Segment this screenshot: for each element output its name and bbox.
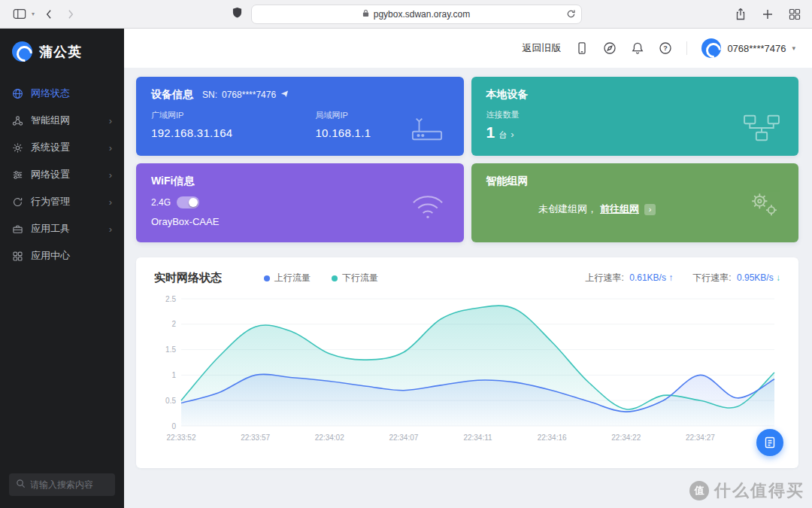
- connection-count-link[interactable]: 1 台 ›: [486, 123, 784, 141]
- share-icon[interactable]: [734, 8, 747, 21]
- legend-label: 上行流量: [274, 272, 311, 284]
- refresh-icon[interactable]: [566, 9, 576, 21]
- card-title: 设备信息: [151, 88, 193, 102]
- local-devices-card: 本地设备 连接数量 1 台 ›: [471, 77, 799, 156]
- wan-ip-label: 广域网IP: [151, 110, 232, 121]
- sidebar-item-system-settings[interactable]: 系统设置 ›: [0, 134, 124, 161]
- wifi-info-card: WiFi信息 2.4G OrayBox-CAAE: [136, 163, 464, 242]
- connected-devices-icon: [741, 112, 782, 147]
- svg-text:0.5: 0.5: [165, 397, 176, 405]
- back-button[interactable]: [39, 6, 57, 23]
- sidebar-item-label: 应用中心: [31, 249, 70, 263]
- connection-count: 1: [486, 123, 495, 141]
- sdwan-status-text: 未创建组网，: [538, 202, 597, 216]
- count-unit: 台: [498, 129, 507, 141]
- device-info-card: 设备信息 SN: 0768****7476 广域网IP 192.168.: [136, 77, 464, 156]
- network-nodes-icon: [12, 115, 23, 126]
- watermark-text: 什么值得买: [714, 479, 804, 502]
- sn-value: 0768****7476: [222, 90, 276, 100]
- app-title: 蒲公英: [39, 43, 82, 61]
- chevron-right-icon: ›: [109, 169, 112, 181]
- arrow-down-icon: ↓: [776, 272, 780, 283]
- watermark: 值 什么值得买: [689, 479, 804, 502]
- go-to-networking-link[interactable]: 前往组网: [600, 202, 639, 216]
- toolbox-icon: [12, 224, 23, 235]
- chevron-right-icon: ›: [109, 196, 112, 208]
- chevron-down-icon: ▾: [792, 44, 795, 52]
- sn-label: SN:: [202, 90, 217, 100]
- sidebar-item-smart-networking[interactable]: 智能组网 ›: [0, 107, 124, 134]
- chevron-right-icon: ›: [109, 115, 112, 126]
- lock-icon: [362, 9, 369, 20]
- topbar: 返回旧版 ? 0768****7476 ▾: [124, 29, 812, 68]
- smart-networking-card: 智能组网 未创建组网， 前往组网 ›: [471, 163, 799, 242]
- svg-text:22:34:27: 22:34:27: [686, 433, 715, 442]
- help-icon[interactable]: ?: [659, 41, 672, 55]
- traffic-line-chart: 00.511.522.522:33:5222:33:5722:34:0222:3…: [154, 291, 780, 446]
- tab-overview-icon[interactable]: [788, 8, 801, 21]
- sidebar-search[interactable]: [9, 473, 115, 496]
- report-button[interactable]: [756, 429, 783, 456]
- svg-text:2.5: 2.5: [165, 295, 176, 303]
- gears-icon: [743, 187, 782, 223]
- svg-text:?: ?: [664, 44, 668, 52]
- svg-text:22:34:07: 22:34:07: [389, 433, 418, 442]
- address-bar[interactable]: pgybox.sdwan.oray.com: [251, 5, 582, 24]
- bell-icon[interactable]: [631, 41, 644, 55]
- sidebar-toggle-icon[interactable]: [11, 6, 29, 23]
- shield-icon[interactable]: [232, 7, 242, 21]
- sidebar-item-network-status[interactable]: 网络状态: [0, 80, 124, 107]
- search-icon: [16, 478, 26, 491]
- new-tab-icon[interactable]: [761, 8, 774, 21]
- forward-button[interactable]: [62, 6, 80, 23]
- legend-dot-downstream: [332, 275, 338, 281]
- svg-text:1.5: 1.5: [165, 345, 176, 354]
- chart-title: 实时网络状态: [154, 271, 222, 285]
- url-text: pgybox.sdwan.oray.com: [374, 9, 471, 20]
- legend-dot-upstream: [264, 275, 270, 281]
- wifi-toggle[interactable]: [177, 196, 199, 208]
- wifi-band-label: 2.4G: [151, 197, 171, 208]
- compass-icon[interactable]: [603, 41, 617, 55]
- sidebar-item-network-settings[interactable]: 网络设置 ›: [0, 161, 124, 188]
- mobile-phone-icon[interactable]: [575, 41, 589, 55]
- down-rate-value: 0.95KB/s: [737, 272, 774, 283]
- oray-logo-icon: [12, 41, 32, 62]
- sidebar-item-label: 网络状态: [31, 87, 70, 100]
- up-rate-label: 上行速率:: [586, 272, 624, 283]
- sidebar-item-app-tools[interactable]: 应用工具 ›: [0, 215, 124, 242]
- svg-text:22:33:57: 22:33:57: [241, 433, 270, 442]
- smzdm-logo-icon: 值: [689, 481, 709, 500]
- svg-text:0: 0: [171, 422, 176, 430]
- legend-upstream[interactable]: 上行流量: [264, 272, 311, 284]
- wan-ip-value: 192.168.31.164: [151, 126, 232, 139]
- card-title: WiFi信息: [151, 175, 449, 188]
- card-title: 本地设备: [486, 88, 784, 102]
- svg-text:22:33:52: 22:33:52: [167, 433, 196, 442]
- svg-text:22:34:02: 22:34:02: [315, 433, 344, 442]
- search-input[interactable]: [30, 479, 108, 490]
- chevron-down-icon[interactable]: ▾: [32, 11, 35, 17]
- down-rate-label: 下行速率:: [692, 272, 731, 283]
- account-menu[interactable]: 0768****7476 ▾: [701, 38, 795, 58]
- realtime-network-card: 实时网络状态 上行流量 下行流量 上行速率:: [136, 257, 798, 468]
- apps-grid-icon: [12, 251, 23, 262]
- router-icon: [407, 112, 447, 147]
- legend-downstream[interactable]: 下行流量: [332, 272, 378, 284]
- lan-ip-label: 局域网IP: [315, 110, 371, 121]
- wifi-ssid: OrayBox-CAAE: [151, 216, 449, 227]
- sidebar: 蒲公英 网络状态 智能组网 › 系统设置 ›: [0, 29, 124, 508]
- globe-icon: [12, 88, 23, 99]
- sidebar-item-app-center[interactable]: 应用中心: [0, 242, 124, 269]
- sidebar-item-behavior-management[interactable]: 行为管理 ›: [0, 188, 124, 215]
- back-to-old-version-link[interactable]: 返回旧版: [522, 41, 561, 55]
- sidebar-item-label: 智能组网: [31, 114, 70, 127]
- sidebar-item-label: 系统设置: [31, 141, 70, 154]
- chart-legend: 上行流量 下行流量: [264, 272, 378, 284]
- chevron-right-icon: ›: [109, 224, 112, 235]
- sidebar-item-label: 行为管理: [31, 195, 70, 208]
- avatar: [701, 38, 721, 58]
- svg-text:22:34:22: 22:34:22: [611, 433, 641, 442]
- chevron-right-badge-icon[interactable]: ›: [644, 204, 656, 215]
- svg-text:22:34:11: 22:34:11: [463, 433, 492, 442]
